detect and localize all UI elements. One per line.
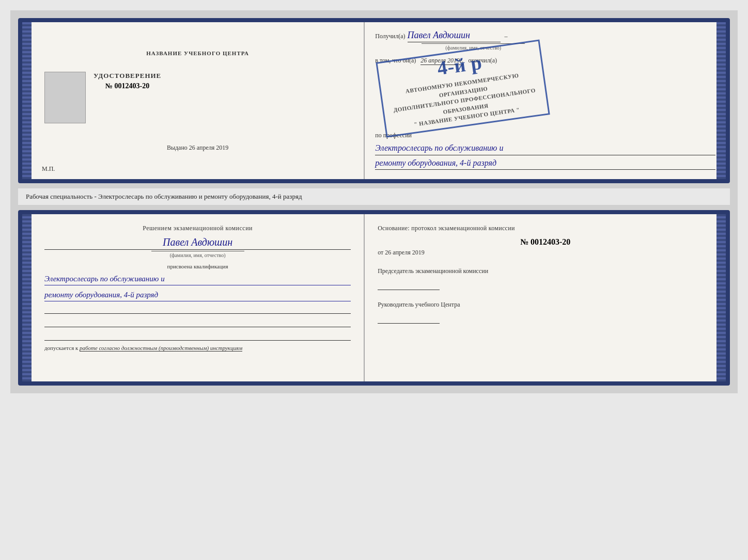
profession-cursive-line2: ремонту оборудования, 4-й разряд <box>44 289 351 301</box>
dopuskaetsya-section: допускается к работе согласно должностны… <box>44 345 351 351</box>
spine-left-top <box>22 22 32 179</box>
protocol-number: № 0012403-20 <box>378 237 713 247</box>
udostoverenie-title: УДОСТОВЕРЕНИЕ <box>93 72 161 80</box>
profession-line1-top: Электрослесарь по обслуживанию и <box>375 141 715 155</box>
profession-text-top: Электрослесарь по обслуживанию и ремонту… <box>375 141 715 170</box>
cert-top-right: Получил(a) Павел Авдюшин – (фамилия, имя… <box>365 22 726 179</box>
profession-section-top: по профессии Электрослесарь по обслужива… <box>375 132 715 170</box>
middle-text: Рабочая специальность - Электрослесарь п… <box>18 188 730 205</box>
predsedatel-label: Председатель экзаменационной комиссии <box>378 267 713 276</box>
org-line2: ДОПОЛНИТЕЛЬНОГО ПРОФЕССИОНАЛЬНОГО ОБРАЗО… <box>389 85 542 123</box>
recipient-line: Получил(a) Павел Авдюшин – <box>375 30 715 42</box>
org-line3: " НАЗВАНИЕ УЧЕБНОГО ЦЕНТРА " <box>391 102 542 132</box>
osnov-title: Основание: протокол экзаменационной коми… <box>378 225 713 232</box>
spine-right-bottom <box>716 214 726 381</box>
udostoverenie-block: УДОСТОВЕРЕНИЕ № 0012403-20 <box>93 72 161 90</box>
middle-text-content: Рабочая специальность - Электрослесарь п… <box>26 193 302 200</box>
predsedatel-sign <box>378 280 440 290</box>
sig-line1 <box>44 305 351 314</box>
rukovod-label: Руководитель учебного Центра <box>378 300 713 309</box>
okonchil-label: окончил(а) <box>469 57 497 64</box>
profession-cursive-line1: Электрослесарь по обслуживанию и <box>44 273 351 285</box>
photo-placeholder <box>44 72 86 123</box>
sig-line2 <box>44 318 351 327</box>
org-line1: АВТОНОМНУЮ НЕКОММЕРЧЕСКУЮ ОРГАНИЗАЦИЮ <box>386 69 539 107</box>
profession-line2-top: ремонту оборудования, 4-й разряд <box>375 156 715 170</box>
page-wrapper: НАЗВАНИЕ УЧЕБНОГО ЦЕНТРА УДОСТОВЕРЕНИЕ №… <box>10 10 738 393</box>
protocol-date-prefix: от <box>378 249 383 256</box>
fio-label-top: (фамилия, имя, отчество) <box>422 43 525 51</box>
person-name-bottom: Павел Авдюшин <box>44 236 351 250</box>
cert-bottom-right: Основание: протокол экзаменационной коми… <box>365 214 726 381</box>
stamp-overlay: 4-й р АВТОНОМНУЮ НЕКОММЕРЧЕСКУЮ ОРГАНИЗА… <box>376 39 550 137</box>
cert-number-top: № 0012403-20 <box>93 82 161 90</box>
cert-bottom-left: Решением экзаменационной комиссии Павел … <box>32 214 365 381</box>
date-value: 26 апреля 2019г. <box>420 57 463 65</box>
profession-cursive-block: Электрослесарь по обслуживанию и ремонту… <box>44 273 351 301</box>
issued-label: Выдано <box>167 144 188 151</box>
spine-left-bottom <box>22 214 32 381</box>
commission-title: Решением экзаменационной комиссии <box>44 225 351 232</box>
cert-id-section: УДОСТОВЕРЕНИЕ № 0012403-20 <box>44 72 351 123</box>
dash-right: – <box>505 33 508 40</box>
vtom-line: в том, что он(а) 26 апреля 2019г. окончи… <box>375 57 715 65</box>
mp-label: М.П. <box>42 165 55 173</box>
stamp-big-text: 4-й р <box>383 45 536 86</box>
certificate-bottom: Решением экзаменационной комиссии Павел … <box>18 210 730 386</box>
dopuskaetsya-label: допускается к <box>44 345 78 351</box>
org-block: АВТОНОМНУЮ НЕКОММЕРЧЕСКУЮ ОРГАНИЗАЦИЮ ДО… <box>386 69 543 132</box>
fio-label-bottom: (фамилия, имя, отчество) <box>151 251 244 258</box>
profession-label-top: по профессии <box>375 132 715 139</box>
spine-right-top <box>716 22 726 179</box>
dopuskaetsya-cursive: работе согласно должностным (производств… <box>80 345 242 351</box>
rukovod-sign <box>378 313 440 324</box>
issued-date-value: 26 апреля 2019 <box>189 144 228 151</box>
issued-date-top: Выдано 26 апреля 2019 <box>167 144 228 152</box>
certificate-top: НАЗВАНИЕ УЧЕБНОГО ЦЕНТРА УДОСТОВЕРЕНИЕ №… <box>18 18 730 183</box>
recipient-name: Павел Авдюшин <box>408 30 501 42</box>
center-title-top: НАЗВАНИЕ УЧЕБНОГО ЦЕНТРА <box>146 50 249 56</box>
vtom-prefix: в том, что он(а) <box>375 57 416 64</box>
protocol-date: от 26 апреля 2019 <box>378 249 713 257</box>
sig-line3 <box>44 331 351 341</box>
poluchil-label: Получил(a) <box>375 33 405 40</box>
protocol-date-value: 26 апреля 2019 <box>385 249 424 256</box>
cert-top-left: НАЗВАНИЕ УЧЕБНОГО ЦЕНТРА УДОСТОВЕРЕНИЕ №… <box>32 22 365 179</box>
kvalif-label: присвоена квалификация <box>44 263 351 269</box>
